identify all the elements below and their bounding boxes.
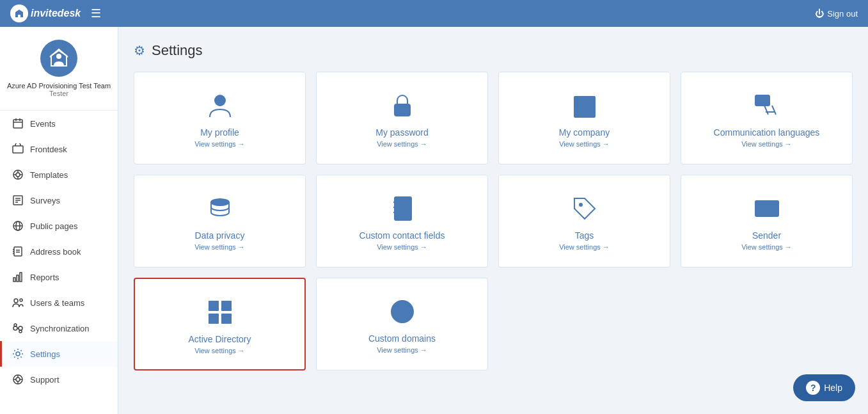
events-icon [12,118,24,129]
help-icon: ? [806,381,820,395]
sidebar-label-settings: Settings [30,349,60,359]
svg-rect-52 [588,99,592,102]
svg-rect-69 [209,301,219,311]
svg-rect-72 [221,314,232,324]
logo-icon [10,4,28,22]
my-company-title: My company [559,127,610,138]
settings-card-active-directory[interactable]: Active Directory View settings → [134,278,306,370]
topbar-left: invitedesk ☰ [10,4,101,22]
sender-link[interactable]: View settings → [741,243,792,251]
svg-point-45 [215,95,225,106]
settings-grid: My profile View settings → My password V… [134,72,853,370]
svg-point-8 [16,173,20,177]
communication-languages-title: Communication languages [714,127,820,138]
svg-point-1 [56,54,61,59]
svg-rect-51 [583,99,587,102]
svg-point-34 [14,324,17,326]
sidebar-label-events: Events [30,119,56,129]
my-profile-title: My profile [200,127,239,138]
user-team: Azure AD Provisioning Test Team [7,82,111,90]
communication-languages-icon [753,92,781,120]
svg-rect-50 [577,99,581,102]
tags-link[interactable]: View settings → [559,243,610,251]
sidebar-item-surveys[interactable]: Surveys [0,187,118,213]
svg-point-0 [19,11,20,13]
sidebar-label-public-pages: Public pages [30,221,77,231]
page-header: ⚙ Settings [134,42,853,59]
tags-title: Tags [575,230,594,241]
sidebar-item-users-teams[interactable]: Users & teams [0,290,118,315]
templates-icon [12,169,24,180]
svg-rect-26 [13,278,15,282]
users-teams-icon [12,297,24,308]
sidebar-label-users-teams: Users & teams [30,298,84,308]
sidebar-label-synchronization: Synchronization [30,324,90,333]
settings-card-tags[interactable]: Tags View settings → [498,175,670,267]
sidebar-item-reports[interactable]: Reports [0,264,118,290]
help-label: Help [824,383,842,393]
svg-rect-71 [209,314,219,324]
sidebar-item-frontdesk[interactable]: Frontdesk [0,136,118,162]
settings-card-communication-languages[interactable]: Communication languages View settings → [681,72,853,164]
nav-list: Events Frontdesk Templates Surveys Publi… [0,111,118,392]
sidebar-item-events[interactable]: Events [0,111,118,136]
sidebar-label-frontdesk: Frontdesk [30,145,67,154]
signout-button[interactable]: ⏻ Sign out [815,8,858,19]
svg-rect-27 [17,275,19,282]
sidebar-item-settings[interactable]: Settings [0,341,118,367]
custom-domains-link[interactable]: View settings → [377,346,427,354]
logo-text: invitedesk [31,8,81,19]
help-button[interactable]: ? Help [793,374,855,401]
menu-toggle[interactable]: ☰ [91,6,101,20]
reports-icon [12,271,24,283]
sidebar-item-public-pages[interactable]: Public pages [0,213,118,239]
settings-card-sender[interactable]: Sender View settings → [681,175,853,267]
my-password-link[interactable]: View settings → [377,140,427,148]
address-book-icon [12,246,24,257]
settings-card-my-company[interactable]: My company View settings → [498,72,670,164]
communication-languages-link[interactable]: View settings → [741,140,792,148]
main-content: ⚙ Settings My profile View settings → My… [118,27,868,414]
sidebar-item-templates[interactable]: Templates [0,162,118,187]
active-directory-link[interactable]: View settings → [194,347,245,354]
logo: invitedesk [10,4,81,22]
sidebar-label-support: Support [30,375,59,385]
sender-title: Sender [752,230,781,241]
custom-domains-icon [388,298,416,326]
svg-point-38 [16,352,20,356]
sidebar-label-templates: Templates [30,170,68,180]
settings-card-my-password[interactable]: My password View settings → [316,72,488,164]
custom-contact-fields-link[interactable]: View settings → [377,243,427,251]
svg-point-35 [19,330,22,333]
tags-icon [571,195,599,223]
svg-rect-55 [588,105,592,108]
public-pages-icon [12,220,24,232]
avatar [40,40,77,77]
sidebar: Azure AD Provisioning Test Team Tester E… [0,27,118,414]
my-company-link[interactable]: View settings → [559,140,610,148]
signout-label: Sign out [827,9,858,19]
data-privacy-link[interactable]: View settings → [194,243,245,251]
settings-card-my-profile[interactable]: My profile View settings → [134,72,306,164]
sidebar-item-synchronization[interactable]: Synchronization [0,315,118,341]
sidebar-item-address-book[interactable]: Address book [0,239,118,264]
svg-rect-53 [577,105,581,108]
custom-contact-fields-title: Custom contact fields [359,230,445,241]
settings-card-data-privacy[interactable]: Data privacy View settings → [134,175,306,267]
sidebar-label-address-book: Address book [30,247,81,257]
active-directory-icon [206,298,234,326]
settings-header-icon: ⚙ [134,43,145,58]
svg-point-47 [400,109,404,113]
surveys-icon [12,195,24,206]
svg-rect-56 [581,111,588,117]
settings-card-custom-contact-fields[interactable]: Custom contact fields View settings → [316,175,488,267]
my-profile-link[interactable]: View settings → [194,140,245,148]
sidebar-item-support[interactable]: Support [0,367,118,392]
svg-point-30 [20,299,22,301]
settings-card-custom-domains[interactable]: Custom domains View settings → [316,278,488,370]
svg-point-59 [211,199,229,205]
active-directory-title: Active Directory [188,334,251,344]
my-password-icon [388,92,416,120]
svg-rect-6 [13,146,23,153]
sender-icon [753,195,781,223]
